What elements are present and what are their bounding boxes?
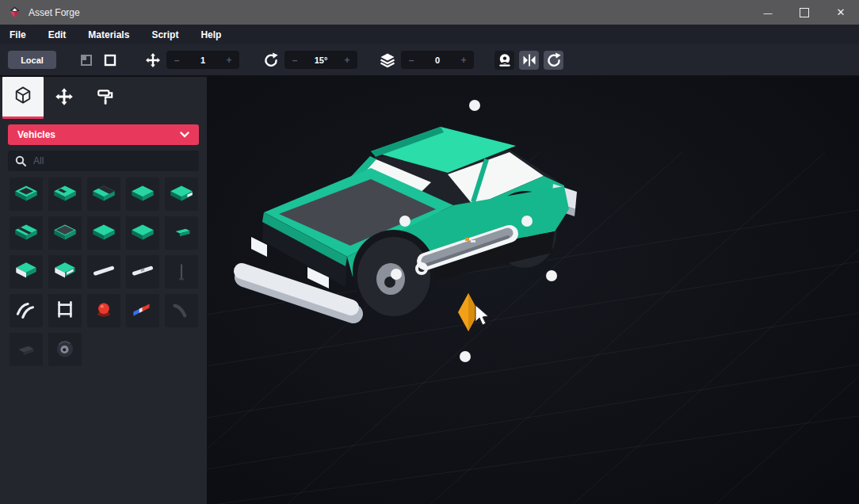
move-step-stepper: – 1 + bbox=[166, 51, 239, 69]
close-button[interactable]: ✕ bbox=[823, 0, 859, 25]
window-title: Asset Forge bbox=[29, 7, 80, 18]
part-wheel[interactable] bbox=[48, 333, 82, 366]
maximize-icon bbox=[800, 8, 809, 17]
layer-stepper: – 0 + bbox=[401, 51, 474, 69]
move-step-minus[interactable]: – bbox=[166, 55, 187, 66]
selection-handle[interactable] bbox=[399, 216, 410, 227]
cube-icon bbox=[13, 86, 32, 108]
category-label: Vehicles bbox=[17, 129, 55, 140]
move-step-value: 1 bbox=[200, 55, 205, 65]
reset-view-button[interactable] bbox=[544, 51, 563, 70]
selection-handle[interactable] bbox=[460, 351, 471, 362]
search-input[interactable] bbox=[32, 155, 178, 167]
rotate-step-stepper: – 15° + bbox=[284, 51, 357, 69]
parts-sidebar: Vehicles bbox=[0, 77, 207, 504]
menu-item-materials[interactable]: Materials bbox=[88, 29, 140, 40]
selection-handle[interactable] bbox=[546, 270, 557, 281]
maximize-button[interactable] bbox=[786, 0, 823, 25]
part-mud-flap[interactable] bbox=[10, 333, 43, 366]
asset-forge-window: Asset Forge — ✕ FileEditMaterialsScriptH… bbox=[0, 0, 859, 504]
move-step-plus[interactable]: + bbox=[219, 55, 239, 66]
layers-icon bbox=[380, 52, 395, 68]
sidebar-tabs bbox=[0, 77, 207, 119]
part-body-flat-b[interactable] bbox=[87, 216, 120, 250]
tab-move[interactable] bbox=[44, 77, 85, 119]
flip-icon bbox=[521, 52, 537, 68]
app-logo-icon bbox=[8, 6, 21, 19]
part-body-stripe[interactable] bbox=[10, 216, 43, 250]
part-exhaust-pipes[interactable] bbox=[10, 294, 43, 327]
tab-cube[interactable] bbox=[2, 77, 44, 119]
close-icon: ✕ bbox=[837, 6, 846, 18]
rotate-step-plus[interactable]: + bbox=[337, 55, 357, 66]
part-body-flat[interactable] bbox=[126, 178, 159, 211]
rotate-step-minus[interactable]: – bbox=[284, 55, 305, 66]
layer-value: 0 bbox=[435, 55, 440, 65]
selection-handle[interactable] bbox=[391, 269, 402, 280]
part-cabin-windows[interactable] bbox=[10, 255, 43, 288]
paint-roller-icon bbox=[96, 87, 115, 109]
category-dropdown[interactable]: Vehicles bbox=[8, 124, 199, 145]
minimize-button[interactable]: — bbox=[750, 0, 786, 25]
move-icon bbox=[145, 52, 161, 68]
part-siren-light[interactable] bbox=[87, 294, 120, 327]
selection-handle[interactable] bbox=[469, 100, 480, 111]
rotate-step-icon bbox=[263, 52, 279, 68]
camera-orbit-icon bbox=[497, 52, 513, 68]
menu-item-file[interactable]: File bbox=[10, 29, 37, 40]
search-box bbox=[8, 151, 199, 171]
part-cabin-windows-b[interactable] bbox=[48, 255, 82, 288]
menubar: FileEditMaterialsScriptHelp bbox=[0, 25, 859, 44]
flip-button[interactable] bbox=[519, 51, 539, 70]
part-bumper[interactable] bbox=[87, 255, 120, 288]
part-roll-frame[interactable] bbox=[48, 294, 82, 327]
chevron-down-icon bbox=[180, 132, 189, 138]
titlebar: Asset Forge — ✕ bbox=[0, 0, 859, 25]
menu-item-help[interactable]: Help bbox=[200, 29, 232, 40]
rotate-step-value: 15° bbox=[315, 55, 328, 65]
part-body-wedge[interactable] bbox=[165, 216, 198, 250]
part-bumper-detail[interactable] bbox=[126, 255, 159, 288]
search-icon bbox=[15, 155, 26, 166]
camera-orbit-button[interactable] bbox=[494, 51, 514, 70]
part-body-tray[interactable] bbox=[10, 178, 43, 211]
viewport-3d[interactable] bbox=[207, 77, 859, 504]
part-police-light-bar[interactable] bbox=[126, 294, 159, 327]
layer-minus[interactable]: – bbox=[401, 55, 422, 66]
snap-corner-icon[interactable] bbox=[78, 52, 94, 68]
toolbar: Local – 1 + bbox=[0, 44, 859, 77]
minimize-icon: — bbox=[764, 8, 773, 17]
part-body-flat-c[interactable] bbox=[126, 216, 159, 250]
selection-handle[interactable] bbox=[521, 216, 533, 227]
menu-item-script[interactable]: Script bbox=[151, 29, 189, 40]
parts-grid bbox=[10, 178, 201, 366]
move-icon bbox=[55, 87, 74, 109]
menu-item-edit[interactable]: Edit bbox=[48, 29, 78, 40]
part-pipe-curved[interactable] bbox=[165, 294, 198, 327]
reset-view-icon bbox=[546, 52, 562, 68]
part-body-slot[interactable] bbox=[48, 178, 82, 211]
snap-bounds-icon[interactable] bbox=[102, 52, 118, 68]
part-body-flat-detail[interactable] bbox=[165, 178, 198, 211]
layer-plus[interactable]: + bbox=[453, 55, 474, 66]
part-body-hood-panel[interactable] bbox=[87, 178, 120, 211]
local-space-toggle[interactable]: Local bbox=[8, 51, 56, 69]
tab-paint-roller[interactable] bbox=[85, 77, 126, 119]
part-antenna[interactable] bbox=[165, 255, 198, 288]
part-body-dark-top[interactable] bbox=[48, 216, 82, 250]
